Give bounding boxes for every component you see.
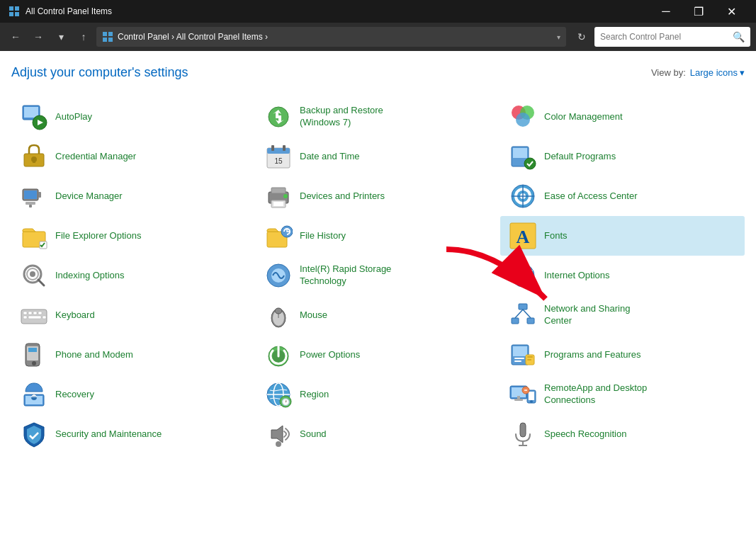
main-content: Adjust your computer's settings View by:… — [0, 51, 756, 551]
svg-text:15: 15 — [274, 157, 283, 165]
svg-rect-0 — [9, 6, 13, 11]
svg-rect-3 — [15, 12, 19, 16]
svg-rect-64 — [38, 312, 42, 314]
svg-rect-29 — [24, 191, 37, 199]
page-title: Adjust your computer's settings — [11, 65, 188, 80]
item-remoteapp[interactable]: RemoteApp and DesktopConnections — [500, 375, 745, 414]
item-backup-restore[interactable]: Backup and Restore(Windows 7) — [256, 97, 500, 137]
titlebar: All Control Panel Items ─ ❐ ✕ — [0, 0, 756, 23]
svg-rect-89 — [527, 356, 533, 358]
svg-rect-74 — [527, 318, 534, 324]
item-device-manager[interactable]: Device Manager — [11, 176, 256, 216]
devices-printers-icon — [264, 182, 293, 210]
item-phone-modem[interactable]: Phone and Modem — [11, 335, 256, 375]
item-programs-features[interactable]: Programs and Features — [500, 335, 745, 375]
item-ease-of-access[interactable]: Ease of Access Center — [500, 176, 745, 216]
svg-rect-20 — [267, 148, 290, 154]
svg-rect-6 — [103, 38, 107, 42]
address-chevron[interactable]: ▾ — [557, 33, 560, 41]
svg-point-15 — [516, 113, 530, 127]
svg-rect-90 — [527, 359, 531, 360]
svg-text:A: A — [517, 227, 530, 247]
date-time-icon: 15 — [264, 142, 293, 171]
item-autoplay[interactable]: AutoPlay — [11, 97, 256, 137]
svg-rect-5 — [108, 32, 113, 36]
credential-manager-label: Credential Manager — [55, 151, 136, 163]
view-by-label: View by: — [651, 67, 686, 78]
minimize-button[interactable]: ─ — [650, 0, 682, 23]
security-maintenance-label: Security and Maintenance — [55, 428, 162, 441]
item-default-programs[interactable]: Default Programs — [500, 137, 745, 176]
svg-rect-33 — [271, 188, 286, 193]
item-file-explorer-options[interactable]: File Explorer Options — [11, 216, 256, 256]
address-bar[interactable]: Control Panel › All Control Panel Items … — [96, 27, 566, 47]
item-color-management[interactable]: Color Management — [500, 97, 745, 137]
svg-rect-85 — [513, 346, 527, 356]
color-management-label: Color Management — [544, 111, 623, 123]
item-devices-printers[interactable]: Devices and Printers — [256, 176, 500, 216]
forward-button[interactable]: → — [28, 27, 48, 47]
back-button[interactable]: ← — [6, 27, 26, 47]
item-credential-manager[interactable]: Credential Manager — [11, 137, 256, 176]
indexing-options-icon — [20, 261, 48, 290]
item-internet-options[interactable]: Internet Options — [500, 256, 745, 295]
backup-restore-icon — [264, 103, 293, 131]
region-label: Region — [300, 389, 329, 401]
address-text: Control Panel › All Control Panel Items … — [118, 32, 553, 42]
item-recovery[interactable]: Recovery — [11, 375, 256, 414]
color-management-icon — [509, 103, 537, 131]
item-date-time[interactable]: 15 Date and Time — [256, 137, 500, 176]
remoteapp-icon — [509, 380, 537, 409]
svg-rect-31 — [29, 205, 32, 208]
item-region[interactable]: 🕐 Region — [256, 375, 500, 414]
item-power-options[interactable]: Power Options — [256, 335, 500, 375]
item-keyboard[interactable]: Keyboard — [11, 295, 256, 335]
view-by-value[interactable]: Large icons ▾ — [690, 67, 745, 78]
item-indexing-options[interactable]: Indexing Options — [11, 256, 256, 295]
svg-rect-61 — [23, 312, 27, 314]
fonts-icon: A — [509, 222, 537, 250]
autoplay-icon — [20, 103, 48, 131]
svg-point-79 — [32, 361, 36, 365]
item-intel-rapid-storage[interactable]: Intel(R) Rapid StorageTechnology — [256, 256, 500, 295]
svg-rect-86 — [514, 358, 524, 359]
up-button[interactable]: ↑ — [74, 27, 94, 47]
svg-point-110 — [276, 441, 281, 447]
svg-rect-63 — [33, 312, 37, 314]
power-options-label: Power Options — [300, 349, 360, 361]
svg-rect-103 — [517, 396, 520, 399]
window-title: All Control Panel Items — [26, 6, 650, 16]
svg-rect-72 — [519, 304, 527, 309]
refresh-button[interactable]: ↻ — [572, 27, 592, 47]
search-box[interactable]: 🔍 — [594, 27, 750, 47]
search-input[interactable] — [600, 32, 730, 42]
svg-rect-9 — [24, 107, 38, 118]
svg-line-75 — [515, 309, 523, 318]
window-controls: ─ ❐ ✕ — [650, 0, 747, 23]
date-time-label: Date and Time — [300, 151, 360, 163]
app-icon — [9, 6, 20, 17]
search-button[interactable]: 🔍 — [733, 31, 745, 42]
sound-label: Sound — [300, 428, 327, 441]
svg-rect-67 — [43, 316, 46, 319]
phone-modem-label: Phone and Modem — [55, 349, 133, 361]
content-header: Adjust your computer's settings View by:… — [11, 65, 745, 80]
svg-rect-2 — [9, 12, 13, 16]
item-mouse[interactable]: Mouse — [256, 295, 500, 335]
item-network-sharing[interactable]: Network and SharingCenter — [500, 295, 745, 335]
svg-line-52 — [38, 280, 44, 285]
close-button[interactable]: ✕ — [715, 0, 747, 23]
sound-icon — [264, 420, 293, 448]
power-options-icon — [264, 341, 293, 369]
item-speech-recognition[interactable]: Speech Recognition — [500, 414, 745, 454]
item-security-maintenance[interactable]: Security and Maintenance — [11, 414, 256, 454]
item-sound[interactable]: Sound — [256, 414, 500, 454]
recovery-icon — [20, 380, 48, 409]
dropdown-button[interactable]: ▾ — [51, 27, 71, 47]
svg-point-71 — [275, 308, 282, 314]
file-explorer-options-icon — [20, 222, 48, 250]
item-fonts[interactable]: A Fonts — [500, 216, 745, 256]
restore-button[interactable]: ❐ — [682, 0, 715, 23]
svg-rect-65 — [23, 316, 27, 319]
item-file-history[interactable]: File History — [256, 216, 500, 256]
